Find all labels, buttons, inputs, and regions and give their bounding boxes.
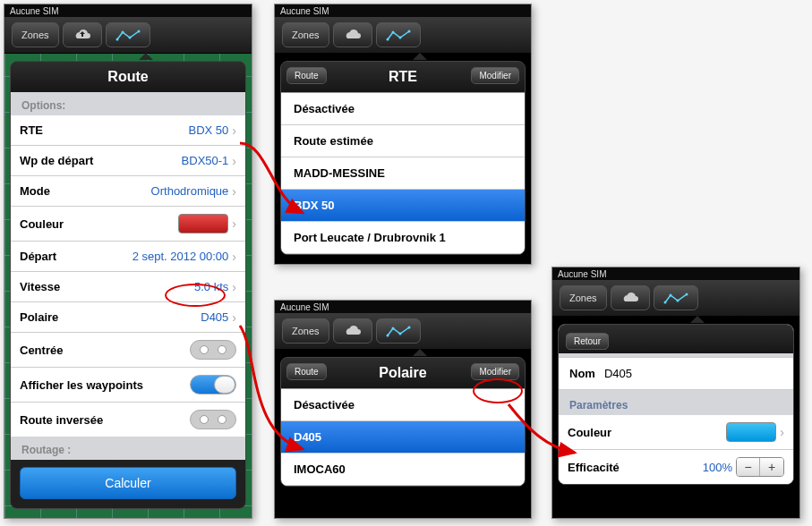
row-edit-couleur[interactable]: Couleur › [559, 415, 793, 450]
row-nom[interactable]: Nom D405 [559, 357, 793, 390]
zones-button[interactable]: Zones [12, 22, 59, 47]
parametres-label: Paramètres [559, 390, 793, 415]
toggle-afficher-wp[interactable] [190, 375, 236, 394]
polaire-item-selected[interactable]: D405 [281, 421, 525, 454]
toggle-centree[interactable] [190, 340, 236, 360]
rte-item[interactable]: Port Leucate / Drubrovnik 1 [281, 222, 525, 254]
route-icon[interactable] [106, 22, 150, 47]
cloud-upload-icon[interactable] [333, 318, 372, 344]
svg-point-9 [391, 327, 394, 330]
row-route-inversee[interactable]: Route inversée [11, 403, 245, 437]
svg-point-7 [407, 30, 410, 33]
zones-button[interactable]: Zones [560, 285, 607, 310]
popover-title: Route RTE Modifier [281, 62, 525, 92]
svg-point-4 [386, 38, 389, 41]
rte-item[interactable]: MADD-MESSINE [281, 157, 525, 190]
top-toolbar: Zones [552, 280, 799, 317]
color-swatch-red [178, 214, 228, 233]
top-toolbar: Zones [275, 17, 531, 54]
device-route-options: Aucune SIM Zones Route Options: RTE BDX … [4, 4, 252, 519]
top-toolbar: Zones [4, 17, 252, 54]
popover-title: Route [11, 62, 245, 92]
row-wp-depart[interactable]: Wp de départ BDX50-1› [11, 146, 245, 176]
toggle-route-inversee[interactable] [190, 410, 236, 429]
back-button[interactable]: Route [286, 67, 327, 84]
calculer-button[interactable]: Calculer [20, 467, 236, 499]
rte-popover: Route RTE Modifier Désactivée Route esti… [280, 61, 526, 255]
status-bar: Aucune SIM [275, 301, 531, 313]
back-button[interactable]: Route [286, 363, 327, 380]
color-swatch-blue [726, 422, 776, 442]
top-toolbar: Zones [275, 313, 531, 350]
route-icon[interactable] [654, 285, 698, 310]
svg-point-0 [115, 38, 118, 41]
rte-item-selected[interactable]: BDX 50 [281, 190, 525, 222]
row-polaire[interactable]: Polaire D405› [11, 302, 245, 333]
svg-point-3 [137, 30, 140, 33]
status-bar: Aucune SIM [4, 4, 252, 17]
svg-point-1 [121, 31, 124, 34]
minus-icon[interactable]: − [737, 458, 760, 476]
polaire-item[interactable]: IMOCA60 [281, 454, 525, 486]
routage-section-label: Routage : [11, 437, 245, 460]
svg-point-5 [391, 31, 394, 34]
device-polaire-select: Aucune SIM Zones Route Polaire Modifier … [274, 300, 532, 519]
row-afficher-wp[interactable]: Afficher les waypoints [11, 368, 245, 403]
zones-button[interactable]: Zones [282, 318, 329, 344]
cloud-upload-icon[interactable] [333, 22, 372, 47]
modifier-button[interactable]: Modifier [471, 67, 519, 84]
svg-point-13 [669, 294, 671, 297]
options-section-label: Options: [11, 92, 245, 115]
polaire-popover: Route Polaire Modifier Désactivée D405 I… [280, 357, 526, 487]
svg-point-12 [663, 301, 666, 304]
plus-icon[interactable]: + [760, 458, 783, 476]
device-rte-select: Aucune SIM Zones Route RTE Modifier Désa… [274, 4, 532, 265]
svg-point-6 [398, 37, 401, 39]
retour-button[interactable]: Retour [566, 333, 609, 350]
polaire-edit-popover: Retour Nom D405 Paramètres Couleur › Eff… [558, 324, 794, 485]
row-centree[interactable]: Centrée [11, 333, 245, 368]
svg-point-10 [398, 333, 401, 335]
svg-point-15 [685, 293, 688, 296]
row-depart[interactable]: Départ 2 sept. 2012 00:00› [11, 242, 245, 272]
stepper-efficacite[interactable]: −+ [736, 457, 784, 477]
svg-point-2 [128, 37, 131, 39]
status-bar: Aucune SIM [275, 4, 531, 17]
route-icon[interactable] [376, 318, 421, 344]
route-icon[interactable] [376, 22, 421, 47]
row-mode[interactable]: Mode Orthodromique› [11, 176, 245, 207]
annotation-circle [165, 284, 226, 307]
chevron-right-icon: › [232, 123, 236, 138]
zones-button[interactable]: Zones [282, 22, 329, 47]
svg-point-8 [386, 335, 389, 337]
status-bar: Aucune SIM [552, 267, 799, 280]
svg-point-11 [407, 327, 410, 329]
rte-item[interactable]: Désactivée [281, 93, 525, 125]
device-polaire-edit: Aucune SIM Zones Retour Nom D405 Paramèt… [551, 267, 800, 519]
svg-point-14 [676, 300, 679, 302]
row-rte[interactable]: RTE BDX 50› [11, 115, 245, 146]
rte-item[interactable]: Route estimée [281, 125, 525, 157]
row-couleur[interactable]: Couleur › [11, 207, 245, 242]
row-efficacite[interactable]: Efficacité 100% −+ [559, 450, 793, 484]
cloud-upload-icon[interactable] [611, 285, 650, 310]
annotation-circle [473, 378, 523, 403]
cloud-upload-icon[interactable] [63, 22, 102, 47]
